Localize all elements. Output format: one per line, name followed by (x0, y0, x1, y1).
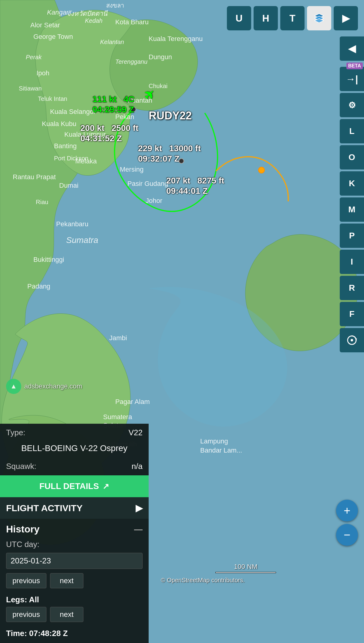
zoom-controls: + − (336, 500, 358, 546)
full-details-label: FULL DETAILS (39, 481, 99, 491)
svg-text:Alor Setar: Alor Setar (30, 21, 60, 29)
watermark-text: adsbexchange.com (24, 382, 82, 390)
flight-label-1: 111 kt 4C 04:29:59 Z (93, 94, 135, 115)
svg-text:Banting: Banting (54, 142, 77, 150)
svg-text:Rantau Prapat: Rantau Prapat (13, 173, 56, 181)
svg-text:Mersing: Mersing (120, 166, 143, 173)
scale-text: 100 NM (234, 563, 257, 571)
utc-day-label: UTC day: (0, 537, 149, 552)
date-nav-buttons: previous next (0, 573, 149, 593)
svg-text:Sumatera: Sumatera (103, 413, 132, 421)
svg-text:Chukai: Chukai (149, 83, 167, 89)
scale-bar: 100 NM (161, 563, 331, 573)
type-label: Type: (6, 428, 25, 437)
btn-L[interactable]: L (340, 119, 364, 143)
date-input[interactable] (6, 553, 143, 569)
back-btn-container: ◀ (340, 36, 364, 61)
login-icon: →| (346, 74, 358, 85)
history-title-text: History (6, 524, 39, 535)
btn-K[interactable]: K (340, 171, 364, 196)
svg-text:George Town: George Town (33, 33, 73, 40)
svg-text:Dumai: Dumai (59, 182, 79, 189)
previous-date-button[interactable]: previous (6, 573, 46, 588)
svg-text:Pagar Alam: Pagar Alam (115, 398, 150, 405)
time-label: Time: 07:48:28 Z (0, 626, 149, 643)
previous-legs-button[interactable]: previous (6, 607, 46, 622)
next-date-button[interactable]: next (50, 573, 83, 588)
flight-label-4: 207 kt 8275 ft 09:44:01 Z (166, 176, 224, 196)
zoom-out-button[interactable]: − (336, 524, 358, 546)
btn-P[interactable]: P (340, 224, 364, 248)
btn-T[interactable]: T (280, 6, 305, 30)
next-legs-button[interactable]: next (50, 607, 83, 622)
svg-text:Dungun: Dungun (149, 53, 172, 61)
svg-text:Kangar: Kangar (47, 9, 69, 16)
btn-O[interactable]: O (340, 145, 364, 169)
svg-text:Melaka: Melaka (75, 157, 97, 165)
svg-text:Jambi: Jambi (109, 334, 127, 342)
replay-icon (346, 334, 358, 346)
btn-F[interactable]: F (340, 302, 364, 326)
squawk-label: Squawk: (6, 462, 36, 471)
copyright: © OpenStreetMap contributors. (161, 577, 245, 584)
svg-text:Sitiawan: Sitiawan (19, 85, 42, 92)
legs-label: Legs: All (0, 593, 149, 607)
svg-text:สงขลา: สงขลา (106, 2, 124, 9)
scale-line (215, 572, 276, 573)
flight-activity-button[interactable]: FLIGHT ACTIVITY ▶ (0, 497, 149, 519)
zoom-in-button[interactable]: + (336, 500, 358, 522)
btn-H[interactable]: H (254, 6, 278, 30)
svg-text:Pasir Gudang: Pasir Gudang (127, 180, 168, 187)
type-value: V22 (129, 428, 143, 437)
bottom-panel: Type: V22 BELL-BOEING V-22 Osprey Squawk… (0, 424, 149, 643)
legs-nav-buttons: previous next (0, 607, 149, 626)
back-button[interactable]: ◀ (340, 36, 364, 61)
svg-text:Padang: Padang (27, 282, 50, 290)
settings-button[interactable]: ⚙ (340, 93, 364, 117)
full-details-button[interactable]: FULL DETAILS ↗ (0, 475, 149, 497)
svg-text:Sumatra: Sumatra (66, 235, 98, 245)
svg-text:Ipoh: Ipoh (36, 69, 49, 77)
svg-text:Kuala Terengganu: Kuala Terengganu (149, 35, 203, 43)
btn-M[interactable]: M (340, 197, 364, 222)
svg-text:Riau: Riau (36, 199, 48, 205)
replay-button[interactable] (340, 328, 364, 352)
top-toolbar: U H T ▶ (227, 6, 358, 30)
svg-text:Bukittinggi: Bukittinggi (33, 256, 64, 263)
history-section-title: History — (0, 519, 149, 537)
svg-text:Johor: Johor (146, 197, 162, 204)
svg-text:จังหวัดปัตตานี: จังหวัดปัตตานี (67, 10, 108, 17)
svg-text:Pekanbaru: Pekanbaru (56, 220, 88, 228)
svg-text:Kelantan: Kelantan (100, 39, 124, 45)
svg-text:Bandar Lam...: Bandar Lam... (200, 446, 242, 454)
squawk-row: Squawk: n/a (0, 457, 149, 475)
watermark-icon: ▲ (6, 379, 21, 394)
flight-label-3: 229 kt 13000 ft 09:32:07 Z (138, 143, 201, 164)
btn-forward[interactable]: ▶ (334, 6, 358, 30)
svg-marker-48 (315, 19, 324, 23)
svg-point-51 (351, 339, 353, 341)
callsign-label: RUDY22 (149, 109, 192, 122)
svg-text:Kuala Kubu: Kuala Kubu (42, 120, 76, 128)
external-link-icon: ↗ (103, 482, 109, 491)
layers-icon (313, 12, 325, 24)
svg-text:Lampung: Lampung (200, 437, 228, 445)
svg-text:Perak: Perak (26, 54, 42, 60)
svg-text:Kedah: Kedah (85, 17, 103, 24)
btn-R[interactable]: R (340, 276, 364, 300)
svg-text:Kuala Selangor: Kuala Selangor (50, 108, 96, 115)
svg-text:Terengganu: Terengganu (115, 58, 147, 65)
svg-text:Kota Bharu: Kota Bharu (115, 18, 149, 26)
history-dash: — (134, 525, 143, 534)
aircraft-full-name: BELL-BOEING V-22 Osprey (0, 442, 149, 457)
login-button[interactable]: →| BETA (340, 67, 364, 91)
btn-I[interactable]: I (340, 250, 364, 274)
btn-layers[interactable] (307, 6, 331, 30)
flight-label-2: 200 kt 2500 ft 04:31:52 Z (80, 123, 138, 143)
chevron-right-icon: ▶ (136, 503, 143, 513)
watermark: ▲ adsbexchange.com (6, 379, 82, 394)
svg-text:Teluk Intan: Teluk Intan (38, 95, 67, 102)
squawk-value: n/a (132, 462, 143, 471)
right-sidebar: →| BETA ⚙ L O K M P I R F (340, 67, 364, 352)
btn-U[interactable]: U (227, 6, 251, 30)
